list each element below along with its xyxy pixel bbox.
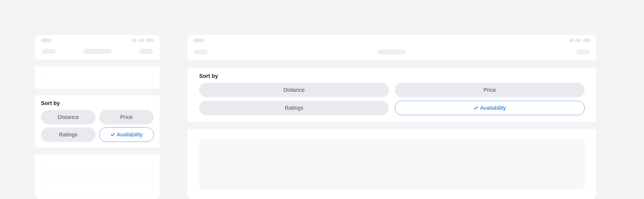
chip-label: Distance	[283, 87, 305, 93]
chip-label: Price	[120, 114, 132, 120]
status-pill	[582, 39, 590, 42]
status-indicators	[132, 39, 154, 42]
status-pill	[569, 39, 574, 42]
sort-chip-availability[interactable]: Availability	[99, 127, 154, 142]
nav-action-placeholder[interactable]	[139, 49, 153, 54]
divider-band	[187, 60, 596, 68]
nav-title-placeholder	[378, 49, 406, 54]
chip-label: Ratings	[285, 105, 304, 111]
status-bar	[35, 35, 160, 43]
chip-label: Price	[484, 87, 496, 93]
sort-chip-grid: Distance Price Ratings Availability	[41, 110, 154, 142]
chip-label: Availability	[480, 105, 506, 111]
status-pill	[132, 39, 137, 42]
status-time-placeholder	[41, 39, 52, 42]
status-time-placeholder	[193, 39, 204, 42]
chip-label: Availability	[117, 131, 143, 138]
mobile-device-frame: Sort by Distance Price Ratings Availabil…	[35, 35, 160, 199]
status-pill	[138, 39, 144, 42]
sort-chip-distance[interactable]: Distance	[41, 110, 96, 124]
status-indicators	[569, 39, 590, 42]
status-pill	[575, 39, 581, 42]
result-card-placeholder[interactable]	[41, 179, 154, 195]
nav-action-placeholder[interactable]	[576, 49, 590, 54]
sort-chip-ratings[interactable]: Ratings	[199, 101, 389, 115]
nav-back-placeholder[interactable]	[42, 49, 56, 54]
sort-chip-price[interactable]: Price	[99, 110, 154, 124]
check-icon	[110, 132, 115, 137]
results-list	[187, 129, 596, 199]
divider-band	[35, 147, 160, 155]
nav-back-placeholder[interactable]	[194, 49, 208, 54]
divider-band	[35, 89, 160, 96]
search-block	[35, 67, 160, 89]
divider-band	[187, 122, 596, 129]
sort-section: Sort by Distance Price Ratings Availabil…	[187, 68, 596, 122]
sort-chip-price[interactable]: Price	[395, 83, 584, 97]
sort-by-label: Sort by	[199, 73, 584, 79]
status-pill	[146, 39, 154, 42]
search-field-placeholder[interactable]	[41, 71, 154, 85]
chip-label: Ratings	[59, 131, 78, 138]
result-card-placeholder[interactable]	[41, 159, 154, 175]
sort-chip-distance[interactable]: Distance	[199, 83, 389, 97]
chip-label: Distance	[58, 114, 79, 120]
sort-section: Sort by Distance Price Ratings Availabil…	[35, 96, 160, 147]
sort-chip-availability[interactable]: Availability	[395, 101, 584, 115]
nav-title-placeholder	[83, 49, 112, 54]
nav-bar	[35, 43, 160, 59]
result-card-placeholder[interactable]	[199, 139, 584, 189]
nav-bar	[187, 43, 596, 60]
tablet-device-frame: Sort by Distance Price Ratings Availabil…	[187, 35, 596, 199]
divider-band	[35, 59, 160, 67]
check-icon	[474, 105, 478, 110]
sort-by-label: Sort by	[41, 100, 154, 106]
sort-chip-ratings[interactable]: Ratings	[41, 127, 96, 142]
sort-chip-grid: Distance Price Ratings Availability	[199, 83, 584, 115]
status-bar	[187, 35, 596, 43]
results-list	[35, 155, 160, 199]
